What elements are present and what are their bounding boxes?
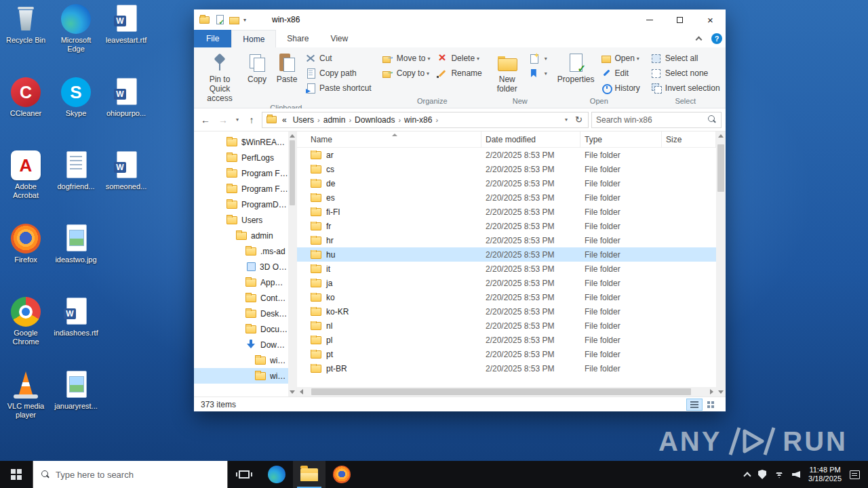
tree-item-win-x64[interactable]: win-x64 xyxy=(194,352,288,368)
desktop-icon-recycle-bin[interactable]: Recycle Bin xyxy=(1,4,50,45)
breadcrumb-item-win-x86[interactable]: win-x86 xyxy=(401,115,435,125)
edit-button[interactable]: Edit xyxy=(597,66,644,81)
file-row-ko-kr[interactable]: ko-KR2/20/2025 8:53 PMFile folder xyxy=(297,304,716,319)
file-row-ko[interactable]: ko2/20/2025 8:53 PMFile folder xyxy=(297,290,716,304)
taskbar-file-explorer-button[interactable] xyxy=(293,461,326,488)
file-row-nl[interactable]: nl2/20/2025 8:53 PMFile folder xyxy=(297,319,716,333)
desktop-icon-ccleaner[interactable]: CCleaner xyxy=(1,77,50,118)
select-all-button[interactable]: Select all xyxy=(648,51,724,66)
easy-access-button[interactable]: ▾ xyxy=(525,66,551,81)
tree-item-program-files[interactable]: Program Files xyxy=(194,165,288,181)
scroll-left-icon[interactable] xyxy=(300,389,303,394)
taskbar-firefox-button[interactable] xyxy=(326,461,358,488)
details-view-button[interactable] xyxy=(686,399,703,411)
search-input[interactable] xyxy=(596,115,708,125)
collapse-ribbon-button[interactable] xyxy=(689,30,708,47)
tree-item-admin[interactable]: admin xyxy=(194,228,288,243)
desktop-icon-ohiopurpo[interactable]: ohiopurpo... xyxy=(102,77,151,118)
desktop-icon-indiashoes-rtf[interactable]: indiashoes.rtf xyxy=(52,297,100,338)
properties-button[interactable]: Properties xyxy=(555,49,597,84)
hidden-icons-chevron-icon[interactable] xyxy=(743,472,751,479)
tree-item-contacts[interactable]: Contacts xyxy=(194,290,288,306)
desktop-icon-microsoft-edge[interactable]: Microsoft Edge xyxy=(52,4,100,54)
select-none-button[interactable]: Select none xyxy=(648,66,724,81)
tree-scrollbar[interactable] xyxy=(288,131,296,396)
desktop-icon-leavestart-rtf[interactable]: leavestart.rtf xyxy=(102,4,151,45)
close-button[interactable]: × xyxy=(695,9,726,30)
tree-item-documents[interactable]: Documents xyxy=(194,321,288,337)
scroll-right-icon[interactable] xyxy=(710,389,713,394)
desktop-icon-dogfriend[interactable]: dogfriend... xyxy=(52,150,100,191)
vertical-scrollbar[interactable] xyxy=(716,131,726,396)
tree-item-ms-ad[interactable]: .ms-ad xyxy=(194,243,288,259)
customize-quick-access-chevron-icon[interactable]: ▾ xyxy=(243,17,246,23)
tree-item-users[interactable]: Users xyxy=(194,212,288,228)
file-row-pl[interactable]: pl2/20/2025 8:53 PMFile folder xyxy=(297,333,716,347)
file-row-fr[interactable]: fr2/20/2025 8:53 PMFile folder xyxy=(297,219,716,233)
file-row-pt[interactable]: pt2/20/2025 8:53 PMFile folder xyxy=(297,347,716,361)
scroll-up-icon[interactable] xyxy=(718,134,724,138)
taskbar-search[interactable]: Type here to search xyxy=(33,461,228,488)
tree-item-appdata[interactable]: AppData xyxy=(194,274,288,290)
thumbnails-view-button[interactable] xyxy=(703,399,719,411)
start-button[interactable] xyxy=(0,461,33,488)
column-header-size[interactable]: Size xyxy=(662,131,716,147)
column-header-date-modified[interactable]: Date modified xyxy=(481,131,580,147)
copy-path-button[interactable]: Copy path xyxy=(302,66,375,81)
tab-view[interactable]: View xyxy=(319,30,359,47)
security-shield-icon[interactable] xyxy=(758,470,766,479)
desktop-icon-someoned[interactable]: someoned... xyxy=(102,150,151,191)
quick-access-properties-icon[interactable] xyxy=(215,15,224,24)
scroll-down-icon[interactable] xyxy=(290,390,295,394)
back-button[interactable]: ← xyxy=(198,113,213,127)
address-box[interactable]: « Users›admin›Downloads›win-x86› ▾ ↻ xyxy=(262,112,589,128)
file-row-ar[interactable]: ar2/20/2025 8:53 PMFile folder xyxy=(297,148,716,162)
recent-locations-chevron-icon[interactable]: ▾ xyxy=(233,113,241,127)
taskbar-clock[interactable]: 11:48 PM 3/18/2025 xyxy=(808,466,842,483)
new-item-button[interactable]: ▾ xyxy=(525,51,551,66)
tree-item-program-files[interactable]: Program Files xyxy=(194,181,288,197)
paste-button[interactable]: Paste xyxy=(272,49,302,84)
new-folder-button[interactable]: New folder xyxy=(490,49,525,94)
desktop-icon-firefox[interactable]: Firefox xyxy=(1,224,50,264)
delete-button[interactable]: Delete▾ xyxy=(433,51,485,66)
breadcrumb-overflow[interactable]: « xyxy=(282,115,287,125)
tree-item-programdata[interactable]: ProgramData xyxy=(194,197,288,212)
tab-home[interactable]: Home xyxy=(231,30,276,47)
tree-item-3d-objects[interactable]: 3D Objects xyxy=(194,259,288,274)
file-row-it[interactable]: it2/20/2025 8:53 PMFile folder xyxy=(297,262,716,276)
history-button[interactable]: History xyxy=(597,81,644,96)
file-row-es[interactable]: es2/20/2025 8:53 PMFile folder xyxy=(297,190,716,205)
quick-access-new-folder-icon[interactable] xyxy=(229,15,239,24)
invert-selection-button[interactable]: Invert selection xyxy=(648,81,724,96)
column-header-name[interactable]: Name xyxy=(297,131,481,147)
tree-item-winreagent[interactable]: $WinREAgent xyxy=(194,134,288,150)
file-row-ja[interactable]: ja2/20/2025 8:53 PMFile folder xyxy=(297,276,716,290)
cut-button[interactable]: Cut xyxy=(302,51,375,66)
open-button[interactable]: Open▾ xyxy=(597,51,644,66)
move-to-button[interactable]: Move to▾ xyxy=(379,51,434,66)
up-button[interactable]: ↑ xyxy=(244,113,259,127)
taskbar-edge-button[interactable] xyxy=(260,461,293,488)
minimize-button[interactable] xyxy=(634,9,665,30)
maximize-button[interactable] xyxy=(665,9,695,30)
volume-icon[interactable] xyxy=(792,471,800,478)
breadcrumb-item-users[interactable]: Users xyxy=(290,115,317,125)
tree-item-win-x86[interactable]: win-x86 xyxy=(194,368,288,384)
breadcrumb-item-downloads[interactable]: Downloads xyxy=(351,115,398,125)
paste-shortcut-button[interactable]: Paste shortcut xyxy=(302,81,375,96)
search-box[interactable] xyxy=(591,112,722,128)
address-dropdown-chevron-icon[interactable]: ▾ xyxy=(561,117,571,123)
copy-button[interactable]: Copy xyxy=(242,49,272,84)
file-row-hu[interactable]: hu2/20/2025 8:53 PMFile folder xyxy=(297,247,716,262)
tab-share[interactable]: Share xyxy=(276,30,319,47)
file-row-hr[interactable]: hr2/20/2025 8:53 PMFile folder xyxy=(297,233,716,247)
rename-button[interactable]: Rename xyxy=(433,66,485,81)
network-icon[interactable] xyxy=(774,471,784,479)
desktop-icon-januaryrest[interactable]: januaryrest... xyxy=(52,370,100,411)
file-row-cs[interactable]: cs2/20/2025 8:53 PMFile folder xyxy=(297,162,716,176)
tree-item-perflogs[interactable]: PerfLogs xyxy=(194,150,288,165)
forward-button[interactable]: → xyxy=(216,113,231,127)
file-row-de[interactable]: de2/20/2025 8:53 PMFile folder xyxy=(297,176,716,190)
notification-center-icon[interactable] xyxy=(850,470,860,479)
